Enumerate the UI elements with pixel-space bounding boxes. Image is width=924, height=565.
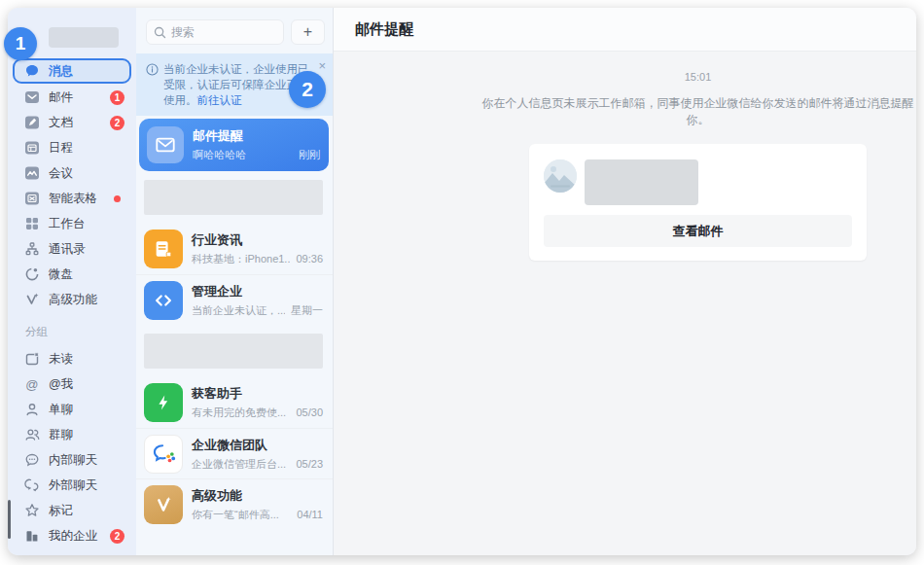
chat-item-mail-reminder[interactable]: 邮件提醒 啊哈哈哈哈 刚刚: [139, 119, 329, 171]
conversation-body: 15:01 你在个人信息页未展示工作邮箱，同事使用企业微信给你发送的邮件将通过消…: [334, 52, 916, 555]
chat-item-customer-assistant[interactable]: 获客助手 有未用完的免费使... 05/30: [136, 377, 333, 428]
chat-item-manage-company[interactable]: 管理企业 当前企业未认证，... 星期一: [136, 274, 333, 325]
double-bubble-icon: [24, 477, 40, 493]
sidebar-item-external-chat[interactable]: 外部聊天: [8, 473, 136, 498]
unread-badge: 1: [110, 90, 124, 105]
document-icon: [24, 115, 40, 130]
unread-badge: 2: [110, 529, 124, 544]
message-timestamp: 15:01: [685, 71, 712, 83]
conversation-header: 邮件提醒: [334, 8, 916, 52]
sidebar-item-label: 标记: [49, 503, 73, 519]
company-icon: [24, 528, 40, 544]
sidebar-item-label: 日程: [49, 140, 73, 157]
search-input[interactable]: [171, 25, 276, 39]
chat-subtitle: 科技基地：iPhone1...: [192, 252, 290, 266]
mail-icon: [24, 89, 40, 105]
sidebar-item-advanced[interactable]: 高级功能: [8, 287, 136, 312]
org-chart-icon: [24, 241, 40, 257]
chat-time: 刚刚: [299, 148, 320, 162]
chat-subtitle: 有未用完的免费使...: [192, 406, 290, 420]
unread-badge: 2: [110, 116, 124, 130]
sidebar-item-meeting[interactable]: 会议: [8, 160, 136, 186]
chat-subtitle: 企业微信管理后台...: [192, 457, 290, 472]
add-button[interactable]: +: [291, 19, 325, 45]
redacted-chat-item: [144, 334, 323, 369]
sidebar-item-label: 工作台: [49, 216, 86, 232]
sidebar-item-mail[interactable]: 邮件 1: [8, 85, 136, 110]
person-icon: [24, 402, 40, 417]
chat-subtitle: 你有一笔“邮件高...: [192, 508, 291, 522]
unread-icon: [24, 351, 40, 367]
sidebar-item-workbench[interactable]: 工作台: [8, 211, 136, 236]
star-icon: [24, 503, 40, 518]
sidebar-item-label: 邮件: [49, 89, 73, 106]
chat-title: 管理企业: [192, 283, 323, 300]
redacted-chat-item: [144, 180, 323, 215]
sidebar-item-smart-table[interactable]: 智能表格: [8, 186, 136, 211]
chat-time: 星期一: [291, 303, 323, 318]
sidebar-item-calendar[interactable]: 日程: [8, 135, 136, 160]
sidebar-item-label: 消息: [49, 63, 73, 80]
sidebar-item-docs[interactable]: 文档 2: [8, 110, 136, 135]
chat-item-advanced-features[interactable]: 高级功能 你有一笔“邮件高... 04/11: [136, 478, 333, 529]
wecom-logo-icon: [144, 435, 183, 474]
go-verify-link[interactable]: 前往认证: [197, 94, 242, 106]
sidebar-item-label: 我的企业: [49, 528, 97, 545]
advanced-gold-icon: [144, 485, 183, 524]
manage-company-icon: [144, 281, 183, 320]
sidebar-item-messages[interactable]: 消息: [13, 58, 131, 84]
page-title: 邮件提醒: [355, 20, 413, 39]
advanced-features-icon: [24, 292, 40, 307]
chat-subtitle: 啊哈哈哈哈: [193, 148, 293, 162]
sidebar-item-contacts[interactable]: 通讯录: [8, 236, 136, 262]
sidebar-item-label: 内部聊天: [49, 452, 97, 469]
search-input-box[interactable]: [146, 19, 284, 45]
chat-title: 高级功能: [192, 487, 323, 505]
news-icon: [144, 230, 183, 268]
workbench-icon: [24, 216, 40, 231]
sidebar-item-mentions[interactable]: @ @我: [8, 371, 136, 397]
at-icon: @: [24, 376, 40, 392]
people-icon: [24, 427, 40, 442]
chat-list: 邮件提醒 啊哈哈哈哈 刚刚 行业资讯 科技基地：iPhone1... 09:3: [136, 116, 333, 555]
chat-item-industry-news[interactable]: 行业资讯 科技基地：iPhone1... 09:36: [136, 224, 333, 274]
scrollbar[interactable]: [8, 500, 11, 539]
sidebar-item-starred[interactable]: 标记: [8, 498, 136, 523]
mail-notification-card[interactable]: 查看邮件: [529, 144, 867, 261]
conversation-panel: 邮件提醒 15:01 你在个人信息页未展示工作邮箱，同事使用企业微信给你发送的邮…: [334, 8, 916, 555]
chat-title: 行业资讯: [192, 231, 323, 249]
close-icon[interactable]: ×: [318, 59, 326, 72]
sidebar-item-unread[interactable]: 未读: [8, 346, 136, 371]
sidebar-item-single-chat[interactable]: 单聊: [8, 397, 136, 422]
sidebar-item-label: 智能表格: [49, 191, 97, 207]
system-message: 你在个人信息页未展示工作邮箱，同事使用企业微信给你发送的邮件将通过消息提醒你。: [480, 95, 916, 128]
drive-icon: [24, 266, 40, 282]
view-mail-button[interactable]: 查看邮件: [544, 215, 852, 247]
chat-title: 邮件提醒: [193, 127, 320, 145]
sidebar-item-label: 群聊: [49, 427, 73, 443]
sidebar-item-label: 微盘: [49, 266, 73, 283]
app-window: 消息 邮件 1 文档 2 日程 会议: [8, 8, 916, 555]
search-icon: [154, 26, 166, 39]
sidebar-item-label: 单聊: [49, 402, 73, 418]
sidebar-item-wedrive[interactable]: 微盘: [8, 262, 136, 287]
chat-time: 05/30: [296, 406, 323, 418]
meeting-icon: [24, 165, 40, 181]
user-name-redacted: [49, 27, 119, 48]
sidebar-item-internal-chat[interactable]: 内部聊天: [8, 447, 136, 473]
calendar-icon: [24, 140, 40, 156]
sidebar: 消息 邮件 1 文档 2 日程 会议: [8, 8, 136, 555]
search-row: +: [136, 8, 333, 53]
chat-bubble-icon: [24, 63, 40, 79]
chat-time: 04/11: [297, 509, 323, 520]
sender-avatar: [544, 159, 577, 193]
chat-item-wecom-team[interactable]: 企业微信团队 企业微信管理后台... 05/23: [136, 428, 333, 478]
mail-reminder-icon: [147, 126, 184, 163]
sidebar-item-my-company[interactable]: 我的企业 2: [8, 523, 136, 548]
sidebar-item-label: 文档: [49, 115, 73, 131]
sidebar-item-group-chat[interactable]: 群聊: [8, 422, 136, 447]
chat-time: 09:36: [296, 253, 323, 265]
lightning-icon: [144, 383, 183, 422]
sidebar-item-label: @我: [49, 376, 73, 393]
chat-title: 获客助手: [192, 385, 323, 403]
